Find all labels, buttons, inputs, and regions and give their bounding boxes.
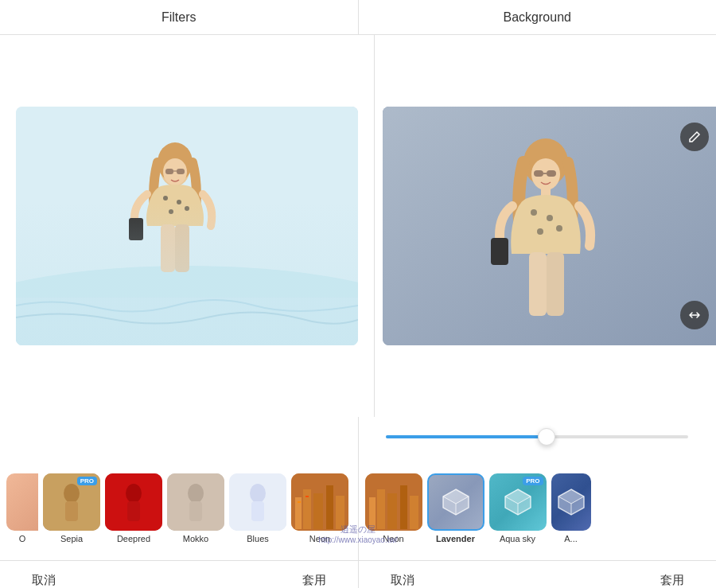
filter-thumbnails: O PRO Sepia Deepred [0,457,359,560]
svg-point-41 [250,484,266,503]
svg-rect-45 [303,489,311,529]
list-item[interactable]: Neon [365,473,422,543]
svg-rect-30 [547,252,564,316]
svg-rect-33 [65,501,78,521]
list-item[interactable]: Mokko [167,473,224,543]
background-image-svg [383,107,716,345]
background-title: Background [504,10,571,25]
background-thumbnails: Neon Lavender PRO [359,457,717,560]
svg-point-26 [537,228,543,235]
svg-rect-14 [161,224,175,272]
filter-preview-image [16,107,358,345]
background-cancel-button[interactable]: 取消 [383,568,422,588]
right-slider-area[interactable] [358,417,717,457]
list-item[interactable]: Neon [291,473,348,543]
list-item[interactable]: Blues [229,473,286,543]
list-item[interactable]: PRO Aqua sky [489,473,547,543]
svg-rect-13 [129,218,143,240]
filters-cancel-button[interactable]: 取消 [24,568,64,588]
filters-panel-header: Filters [0,10,358,25]
svg-rect-42 [251,501,264,521]
background-preview-image [383,107,716,345]
left-action-bar: 取消 套用 [0,561,358,588]
filters-title: Filters [161,10,197,25]
svg-point-27 [556,225,562,232]
slider-thumb[interactable] [538,428,555,446]
svg-rect-15 [175,224,189,272]
background-preview-panel [375,35,716,417]
pro-badge: PRO [523,477,543,485]
edit-button[interactable] [680,123,709,151]
svg-rect-0 [16,107,358,345]
slider-row [0,417,716,457]
svg-rect-36 [127,501,140,521]
svg-rect-50 [305,496,309,497]
svg-point-25 [547,215,553,221]
svg-rect-54 [387,493,397,529]
svg-point-12 [185,206,189,211]
background-apply-button[interactable]: 套用 [652,568,692,588]
filter-image-svg [16,107,358,345]
svg-rect-48 [336,496,344,529]
action-bar: 取消 套用 取消 套用 [0,560,716,588]
background-panel-header: Background [359,10,717,25]
svg-point-24 [531,209,537,216]
svg-point-9 [163,196,168,201]
main-preview-area [0,35,716,417]
right-action-bar: 取消 套用 [358,561,717,588]
svg-rect-47 [326,485,333,529]
list-item[interactable]: PRO Sepia [43,473,100,543]
svg-point-11 [169,209,173,214]
list-item[interactable]: O [6,473,38,543]
svg-point-10 [177,200,181,204]
svg-rect-28 [491,238,508,265]
svg-rect-7 [177,169,185,174]
svg-point-38 [188,484,204,503]
cube-icon [551,473,591,531]
svg-rect-2 [16,298,358,345]
svg-point-1 [16,266,358,345]
left-slider-area [0,417,358,457]
filters-apply-button[interactable]: 套用 [294,568,334,588]
slider-track[interactable] [386,435,688,438]
svg-rect-53 [377,489,385,529]
list-item[interactable]: A... [551,473,591,543]
svg-rect-6 [165,169,173,174]
app-header: Filters Background [0,0,716,35]
svg-rect-20 [534,170,543,177]
svg-rect-49 [298,501,301,503]
list-item[interactable]: Deepred [105,473,162,543]
list-item[interactable]: Lavender [427,473,484,543]
svg-rect-46 [313,493,323,529]
svg-rect-39 [189,501,202,521]
filter-preview-panel [0,35,375,417]
pro-badge: PRO [77,477,97,485]
svg-rect-56 [410,496,418,529]
svg-point-32 [64,484,80,503]
slider-fill [386,435,552,438]
svg-rect-21 [547,170,556,177]
svg-rect-55 [400,485,407,529]
thumbnails-row: O PRO Sepia Deepred [0,457,716,560]
expand-button[interactable] [680,301,709,329]
svg-rect-52 [369,497,376,529]
svg-rect-29 [529,252,547,316]
cube-icon [429,475,483,529]
svg-point-35 [126,484,142,503]
